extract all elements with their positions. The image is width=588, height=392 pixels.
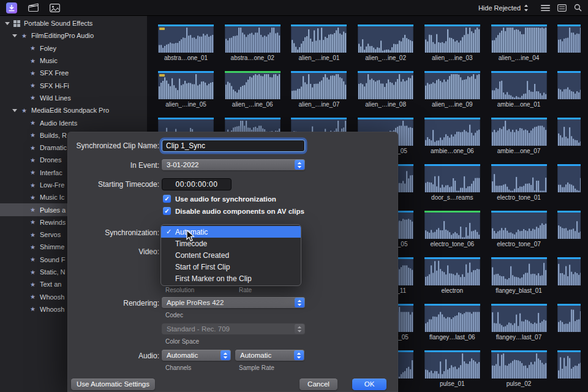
waveform — [557, 259, 581, 285]
sidebar-item-wild-lines[interactable]: ★Wild Lines — [0, 92, 147, 104]
rendering-popup[interactable]: Apple ProRes 422 — [162, 297, 305, 308]
sidebar-item-label: Drones — [40, 156, 61, 164]
sidebar-item-sfx-hi-fi[interactable]: ★SFX Hi-Fi — [0, 79, 147, 91]
clip-name-input[interactable]: Clip 1_Sync — [162, 140, 305, 152]
clip-tile[interactable] — [291, 24, 347, 53]
clip-tile[interactable] — [225, 24, 281, 53]
disclosure-triangle-icon[interactable] — [5, 22, 12, 25]
clip-tile[interactable] — [491, 71, 547, 99]
clip-tile[interactable] — [557, 304, 581, 332]
clip-tile[interactable] — [225, 71, 281, 99]
waveform — [358, 73, 413, 99]
clip-tile[interactable] — [491, 118, 547, 146]
waveform — [358, 26, 413, 53]
clip-tile[interactable] — [424, 350, 480, 379]
clip-name: ambie…one_06 — [421, 148, 484, 154]
clip-tile[interactable] — [557, 164, 581, 192]
stepper-icon — [295, 160, 304, 170]
clip-tile[interactable] — [557, 257, 581, 285]
waveform — [557, 166, 581, 192]
waveform — [424, 306, 480, 332]
use-automatic-settings-button[interactable]: Use Automatic Settings — [71, 379, 155, 390]
star-icon: ★ — [28, 94, 37, 101]
clip-appearance-icon[interactable] — [541, 2, 550, 14]
clip-tile[interactable] — [491, 350, 547, 379]
clip-tile[interactable] — [557, 118, 581, 146]
clapperboard-icon[interactable] — [28, 2, 39, 14]
in-event-popup[interactable]: 3-01-2022 — [162, 159, 305, 170]
sidebar-item-filmeditingpro-audio[interactable]: ★FilmEditingPro Audio — [0, 29, 147, 42]
clip-name: alien_…ine_02 — [354, 55, 417, 61]
clip-name: electron — [421, 287, 484, 294]
clip-tile[interactable] — [358, 24, 413, 53]
media-browser-icon[interactable] — [50, 2, 60, 14]
clip-tile[interactable] — [424, 211, 480, 239]
clip-tile[interactable] — [491, 304, 547, 332]
clip-name: abstra…one_01 — [154, 55, 217, 61]
clip-tile[interactable] — [491, 211, 547, 239]
search-icon[interactable] — [574, 2, 582, 14]
sidebar-item-portable-sound-effects[interactable]: Portable Sound Effects — [0, 17, 147, 29]
sample-rate-caption: Sample Rate — [239, 364, 274, 371]
popup-value: Automatic — [167, 352, 198, 359]
clip-tile[interactable] — [424, 71, 480, 99]
clip-tile[interactable] — [291, 71, 347, 99]
clip-tile[interactable] — [158, 71, 214, 99]
menu-item-label: First Marker on the Clip — [175, 274, 252, 283]
star-icon: ★ — [20, 32, 29, 39]
clip-tile[interactable] — [158, 24, 214, 53]
clip-tile[interactable] — [557, 211, 581, 239]
ok-button[interactable]: OK — [352, 379, 386, 390]
menu-item-timecode[interactable]: Timecode — [161, 238, 301, 249]
import-media-icon[interactable] — [6, 2, 17, 14]
checkmark-icon: ✓ — [163, 207, 171, 215]
clip-tile[interactable] — [491, 24, 547, 53]
disclosure-triangle-icon[interactable] — [12, 109, 20, 112]
list-view-icon[interactable] — [557, 2, 567, 14]
clip-tile[interactable] — [557, 71, 581, 99]
sidebar-item-sfx-free[interactable]: ★SFX Free — [0, 67, 147, 79]
clip-tile[interactable] — [491, 257, 547, 285]
use-audio-sync-checkbox[interactable]: ✓ Use audio for synchronization — [163, 195, 276, 203]
sidebar-item-mediaedit-soundpack-pro[interactable]: ★MediaEdit Soundpack Pro — [0, 104, 147, 116]
clip-name: flangey_blast_01 — [488, 287, 551, 294]
sidebar-item-label: Low-Fre — [40, 181, 64, 189]
stepper-icon — [524, 4, 529, 12]
menu-item-first-marker-on-the-clip[interactable]: First Marker on the Clip — [161, 273, 301, 284]
channels-popup[interactable]: Automatic — [162, 350, 231, 361]
clip-tile[interactable] — [424, 118, 480, 146]
sidebar-item-label: Foley — [40, 45, 56, 52]
sidebar-item-foley[interactable]: ★Foley — [0, 42, 147, 55]
sidebar-item-label: SFX Free — [40, 69, 69, 77]
clip-tile[interactable] — [491, 164, 547, 192]
clip-tile[interactable] — [424, 164, 480, 192]
star-icon: ★ — [28, 306, 37, 312]
clip-tile[interactable] — [557, 350, 581, 379]
stepper-icon — [294, 350, 304, 360]
disclosure-triangle-icon[interactable] — [12, 34, 20, 37]
clip-tile[interactable] — [424, 24, 480, 53]
menu-item-start-of-first-clip[interactable]: Start of First Clip — [161, 261, 301, 273]
filter-popup[interactable]: Hide Rejected — [478, 4, 529, 12]
in-event-label: In Event: — [67, 161, 159, 170]
clip-name: alien_…ine_04 — [488, 55, 551, 61]
cancel-button[interactable]: Cancel — [300, 379, 337, 390]
star-icon: ★ — [28, 244, 37, 251]
sample-rate-popup[interactable]: Automatic — [235, 350, 304, 361]
clip-tile[interactable] — [424, 304, 480, 332]
sidebar-item-label: Music Ic — [40, 194, 64, 201]
menu-item-content-created[interactable]: Content Created — [161, 249, 301, 261]
clip-tile[interactable] — [557, 24, 581, 53]
starting-timecode-input[interactable]: 00:00:00:00 — [162, 178, 232, 190]
menu-item-automatic[interactable]: ✓Automatic — [161, 226, 301, 238]
clip-name: alien_…ine_06 — [221, 101, 284, 108]
audio-label: Audio: — [67, 352, 159, 360]
clip-tile[interactable] — [358, 71, 413, 99]
stepper-icon — [221, 350, 230, 360]
codec-caption: Codec — [165, 312, 183, 318]
sidebar-item-music[interactable]: ★Music — [0, 55, 147, 67]
sidebar-item-audio-idents[interactable]: ★Audio Idents — [0, 116, 147, 129]
clip-tile[interactable] — [424, 257, 480, 285]
disable-audio-components-checkbox[interactable]: ✓ Disable audio components on AV clips — [163, 207, 304, 215]
popup-value: 3-01-2022 — [167, 161, 198, 168]
